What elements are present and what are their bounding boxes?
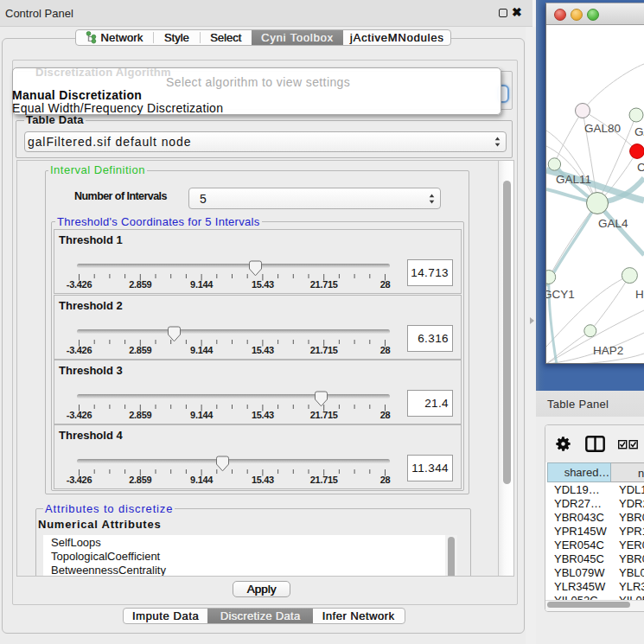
svg-text:GCY1: GCY1 (546, 288, 575, 301)
svg-text:GAL11: GAL11 (556, 173, 591, 186)
svg-text:C: C (637, 161, 644, 174)
svg-text:GA: GA (634, 125, 644, 138)
svg-text:H: H (635, 288, 644, 301)
svg-text:GAL4: GAL4 (598, 217, 628, 230)
svg-text:HAP2: HAP2 (593, 344, 623, 357)
svg-text:GAL80: GAL80 (584, 122, 621, 135)
